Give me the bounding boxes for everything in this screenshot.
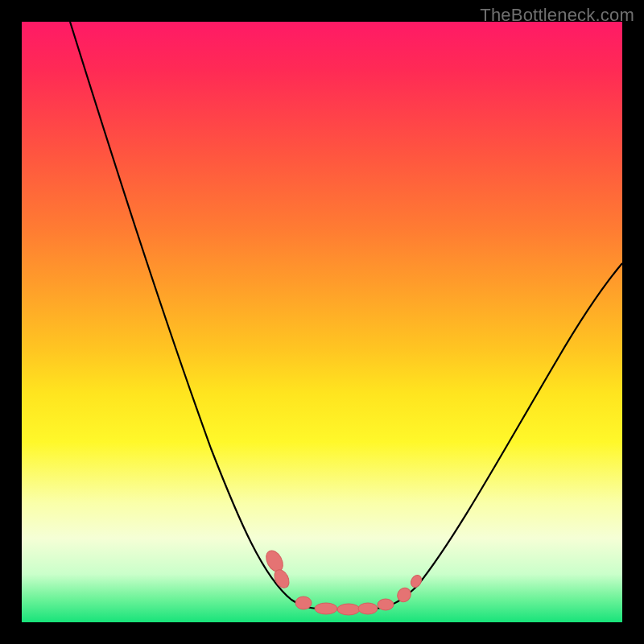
watermark-text: TheBottleneck.com bbox=[480, 5, 634, 26]
trough-markers bbox=[262, 547, 423, 615]
plot-area bbox=[22, 22, 622, 622]
marker-icon bbox=[315, 603, 337, 614]
marker-icon bbox=[295, 597, 312, 609]
marker-icon bbox=[337, 604, 360, 615]
marker-icon bbox=[378, 599, 394, 610]
curve-path bbox=[70, 22, 622, 609]
outer-frame: TheBottleneck.com bbox=[0, 0, 644, 644]
marker-icon bbox=[409, 573, 423, 589]
bottleneck-curve bbox=[22, 22, 622, 622]
marker-icon bbox=[358, 603, 378, 614]
